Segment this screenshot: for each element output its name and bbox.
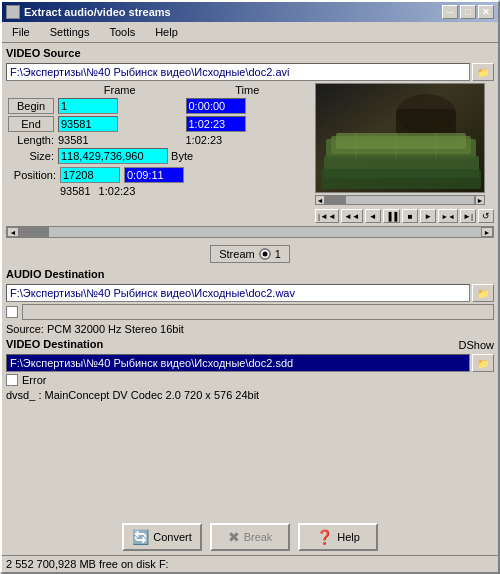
convert-label: Convert [153, 531, 192, 543]
size-input[interactable] [58, 148, 168, 164]
video-source-label: VIDEO Source [6, 47, 494, 59]
length-frame-value: 93581 [58, 134, 89, 146]
play-btn-loop[interactable]: ↺ [478, 209, 494, 223]
video-dest-path-input[interactable] [6, 354, 470, 372]
scroll-right-btn[interactable]: ► [475, 195, 485, 205]
help-button[interactable]: ❓ Help [298, 523, 378, 551]
audio-dest-section: AUDIO Destination 📁 Source: PCM 32000 Hz… [6, 268, 494, 335]
help-label: Help [337, 531, 360, 543]
scroll-left-btn[interactable]: ◄ [315, 195, 325, 205]
menu-file[interactable]: File [6, 24, 36, 40]
pos-frame2-value: 93581 [60, 185, 91, 197]
play-btn-pause[interactable]: ▐▐ [383, 209, 400, 223]
codec-info: dvsd_ : MainConcept DV Codec 2.0 720 x 5… [6, 389, 494, 401]
audio-dest-folder-button[interactable]: 📁 [472, 284, 494, 302]
menu-bar: File Settings Tools Help [2, 22, 498, 43]
end-time-input[interactable] [186, 116, 246, 132]
main-scrollbar: ◄ ► [6, 226, 494, 238]
play-btn-stop[interactable]: ■ [402, 209, 418, 223]
main-scroll-thumb [19, 227, 49, 237]
menu-help[interactable]: Help [149, 24, 184, 40]
audio-dest-path-input[interactable] [6, 284, 470, 302]
stream-label: Stream [219, 248, 254, 260]
video-source-folder-button[interactable]: 📁 [472, 63, 494, 81]
position-time-input[interactable] [124, 167, 184, 183]
break-icon: ✖ [228, 529, 240, 545]
frame-time-table: Frame Time Begin End [6, 83, 311, 165]
error-label: Error [22, 374, 46, 386]
end-frame-input[interactable] [58, 116, 118, 132]
stream-box: Stream 1 [210, 245, 290, 263]
length-label: Length: [6, 133, 56, 147]
window-title: Extract audio/video streams [24, 6, 171, 18]
audio-dest-path-row: 📁 [6, 284, 494, 302]
video-dest-folder-button[interactable]: 📁 [472, 354, 494, 372]
close-button[interactable]: ✕ [478, 5, 494, 19]
status-text: 2 552 700,928 MB free on disk F: [6, 558, 169, 570]
controls-left: Frame Time Begin End [6, 83, 311, 223]
video-source-section: VIDEO Source 📁 Frame Time [6, 47, 494, 223]
svg-rect-5 [336, 133, 466, 149]
video-source-path-input[interactable] [6, 63, 470, 81]
menu-settings[interactable]: Settings [44, 24, 96, 40]
play-btn-rev[interactable]: ◄ [365, 209, 381, 223]
stream-row: Stream 1 [6, 245, 494, 263]
main-scroll-right[interactable]: ► [481, 227, 493, 237]
maximize-button[interactable]: □ [460, 5, 476, 19]
time-col-header: Time [184, 83, 312, 97]
break-label: Break [244, 531, 273, 543]
video-dest-path-row: 📁 [6, 354, 494, 372]
audio-source-info: Source: PCM 32000 Hz Stereo 16bit [6, 323, 494, 335]
minimize-button[interactable]: ─ [442, 5, 458, 19]
main-window: Extract audio/video streams ─ □ ✕ File S… [0, 0, 500, 574]
error-checkbox[interactable] [6, 374, 18, 386]
main-content: VIDEO Source 📁 Frame Time [2, 43, 498, 519]
audio-extra-input[interactable] [22, 304, 494, 320]
play-btn-fwd-fast[interactable]: ►◄ [438, 209, 458, 223]
title-bar-buttons: ─ □ ✕ [442, 5, 494, 19]
size-unit: Byte [171, 150, 193, 162]
position-row: Position: [6, 167, 311, 183]
video-source-path-row: 📁 [6, 63, 494, 81]
main-scroll-track [19, 227, 481, 237]
window-icon [6, 5, 20, 19]
convert-button[interactable]: 🔄 Convert [122, 523, 202, 551]
scroll-thumb [326, 196, 346, 204]
convert-icon: 🔄 [132, 529, 149, 545]
position-label: Position: [6, 169, 56, 181]
begin-time-input[interactable] [186, 98, 246, 114]
play-btn-begin[interactable]: |◄◄ [315, 209, 339, 223]
audio-dest-label: AUDIO Destination [6, 268, 494, 280]
begin-label: Begin [8, 98, 54, 114]
begin-frame-input[interactable] [58, 98, 118, 114]
end-label: End [8, 116, 54, 132]
video-preview-image [316, 84, 484, 192]
frame-col-header: Frame [56, 83, 184, 97]
position-frame-input[interactable] [60, 167, 120, 183]
pos-time2-value: 1:02:23 [99, 185, 136, 197]
title-bar: Extract audio/video streams ─ □ ✕ [2, 2, 498, 22]
length-time-value: 1:02:23 [186, 134, 223, 146]
video-dest-section: VIDEO Destination DShow 📁 Error dvsd_ : … [6, 338, 494, 401]
svg-rect-7 [321, 169, 481, 189]
scroll-track [325, 195, 475, 205]
status-bar: 2 552 700,928 MB free on disk F: [2, 555, 498, 572]
audio-checkbox[interactable] [6, 306, 18, 318]
help-icon: ❓ [316, 529, 333, 545]
stream-radio[interactable] [259, 248, 271, 260]
frame-time-container: Frame Time Begin End [6, 83, 494, 223]
play-btn-rev-fast[interactable]: ◄◄ [341, 209, 363, 223]
menu-tools[interactable]: Tools [103, 24, 141, 40]
preview-area: ◄ ► |◄◄ ◄◄ ◄ ▐▐ ■ ► ►◄ [315, 83, 494, 223]
play-btn-fwd[interactable]: ► [420, 209, 436, 223]
video-dest-header: VIDEO Destination DShow [6, 338, 494, 352]
main-scroll-left[interactable]: ◄ [7, 227, 19, 237]
bottom-buttons: 🔄 Convert ✖ Break ❓ Help [2, 519, 498, 555]
error-row: Error [6, 374, 494, 386]
size-label: Size: [6, 147, 56, 165]
stream-value: 1 [275, 248, 281, 260]
playback-controls: |◄◄ ◄◄ ◄ ▐▐ ■ ► ►◄ ►| ↺ [315, 209, 494, 223]
play-btn-end[interactable]: ►| [460, 209, 476, 223]
break-button[interactable]: ✖ Break [210, 523, 290, 551]
dshow-label: DShow [459, 339, 494, 351]
